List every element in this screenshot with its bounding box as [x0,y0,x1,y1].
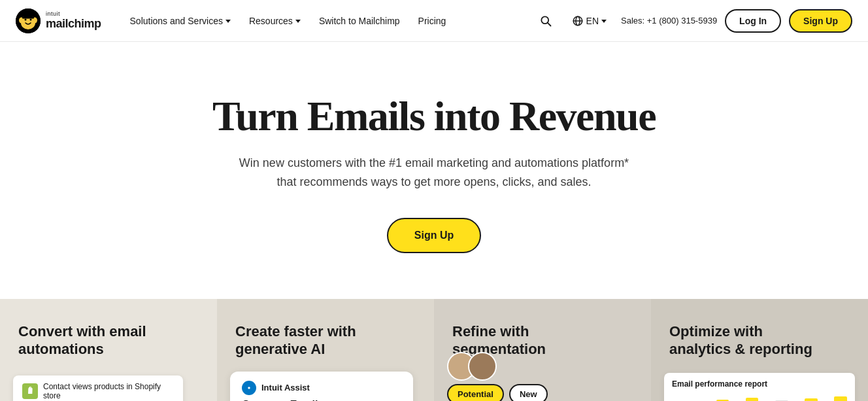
person-avatar-2 [468,352,497,381]
nav-switch[interactable]: Switch to Mailchimp [311,10,408,31]
intuit-assist-label: Intuit Assist [261,383,310,392]
bar-12 [834,396,847,401]
search-button[interactable] [534,9,558,33]
intuit-assist-card: Intuit Assist Generate Email [230,372,413,401]
feature-card-analytics: Optimize with analytics & reporting Emai… [651,299,868,401]
logo-link[interactable]: intuit mailchimp [16,9,101,33]
nav-solutions[interactable]: Solutions and Services [122,10,239,31]
nav-pricing[interactable]: Pricing [410,10,454,31]
feature-section: Convert with email automations Contact v… [0,299,868,401]
segmentation-badges: Potential New [447,384,548,401]
nav-links: Solutions and Services Resources Switch … [122,10,534,31]
nav-resources[interactable]: Resources [241,10,309,31]
svg-point-6 [30,18,32,20]
chevron-down-icon [601,20,607,23]
analytics-bars [672,394,847,401]
navbar: intuit mailchimp Solutions and Services … [0,0,868,42]
intuit-assist-icon [242,381,256,395]
globe-icon [572,15,584,27]
hero-subtitle: Win new customers with the #1 email mark… [231,154,637,192]
feature-title-analytics: Optimize with analytics & reporting [669,323,813,358]
people-avatars [447,352,489,381]
svg-line-10 [547,22,550,26]
search-icon [539,14,552,27]
svg-point-5 [25,18,27,20]
chevron-down-icon [225,20,231,23]
shopify-icon [22,383,38,399]
shopify-notification: Contact views products in Shopify store [13,375,183,401]
feature-title-automations: Convert with email automations [18,323,162,358]
bar-10 [805,398,818,401]
logo-icon [16,9,41,33]
login-button[interactable]: Log In [725,9,781,33]
feature-card-ai: Create faster with generative AI Intuit … [217,299,434,401]
hero-title: Turn Emails into Revenue [26,94,842,138]
bar-6 [746,398,759,401]
logo-mailchimp-text: mailchimp [46,18,101,31]
signup-nav-button[interactable]: Sign Up [789,9,852,33]
language-selector[interactable]: EN [565,11,613,31]
svg-rect-8 [22,17,34,19]
analytics-card: Email performance report [664,373,855,401]
feature-card-automations: Convert with email automations Contact v… [0,299,217,401]
chevron-down-icon [295,20,301,23]
shopify-notification-text: Contact views products in Shopify store [43,382,174,400]
signup-hero-button[interactable]: Sign Up [387,218,481,253]
feature-card-segmentation: Refine with segmentation Potential New [434,299,651,401]
hero-section: Turn Emails into Revenue Win new custome… [0,42,868,299]
nav-right: EN Sales: +1 (800) 315-5939 Log In Sign … [534,9,852,33]
badge-potential: Potential [447,384,504,401]
badge-new: New [509,384,548,401]
analytics-card-title: Email performance report [672,379,847,389]
sales-phone: Sales: +1 (800) 315-5939 [621,16,717,26]
feature-title-ai: Create faster with generative AI [235,323,379,358]
